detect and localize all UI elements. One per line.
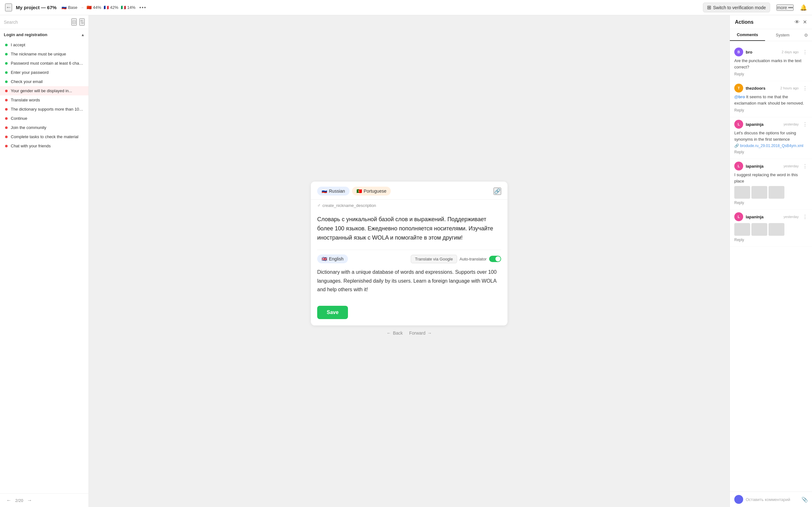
russian-tab[interactable]: 🇷🇺 Russian bbox=[317, 187, 350, 195]
sidebar-item[interactable]: The dictionary supports more than 100 l.… bbox=[0, 105, 89, 114]
translation-text[interactable]: Dictionary with a unique database of wor… bbox=[311, 267, 507, 301]
status-dot bbox=[5, 117, 8, 120]
link-icon-button[interactable]: 🔗 bbox=[494, 187, 501, 195]
comment-header: Llapaninjayesterday⋮ bbox=[734, 212, 808, 221]
langs-more[interactable]: ••• bbox=[139, 5, 147, 10]
sidebar-item[interactable]: Join the community bbox=[0, 123, 89, 132]
lang-cn: 🇨🇳 44% bbox=[87, 5, 101, 10]
sidebar-item-label: Check your email bbox=[11, 79, 43, 84]
forward-arrow-icon: → bbox=[427, 331, 432, 336]
status-dot bbox=[5, 44, 8, 46]
sidebar-item[interactable]: Password must contain at least 6 charac.… bbox=[0, 59, 89, 68]
filter-icon[interactable]: ⊟ bbox=[71, 18, 77, 26]
actions-panel: Actions 👁 ✕ Comments System ⚙ Bbro2 days… bbox=[729, 15, 812, 507]
actions-tabs: Comments System ⚙ bbox=[730, 29, 812, 41]
comment-more-icon[interactable]: ⋮ bbox=[803, 163, 808, 169]
close-icon-button[interactable]: ✕ bbox=[803, 19, 807, 25]
comment-time: yesterday bbox=[783, 164, 799, 168]
comment-input[interactable] bbox=[746, 497, 799, 502]
comment-time: 2 days ago bbox=[781, 50, 799, 54]
page-navigation: ← 2/20 → bbox=[5, 497, 33, 504]
gender-icon: ♂ bbox=[317, 203, 321, 208]
comment-avatar: B bbox=[734, 48, 743, 56]
translate-actions: Translate via Google Auto-translator bbox=[411, 255, 501, 263]
comment-header: Llapaninjayesterday⋮ bbox=[734, 120, 808, 129]
sidebar-item[interactable]: Translate words bbox=[0, 95, 89, 105]
search-input[interactable] bbox=[4, 20, 69, 25]
sidebar-item[interactable]: I accept bbox=[0, 40, 89, 49]
reply-button[interactable]: Reply bbox=[734, 149, 744, 155]
translate-via-google-button[interactable]: Translate via Google bbox=[411, 255, 457, 263]
portuguese-flag: 🇵🇹 bbox=[357, 188, 362, 193]
page-prev-button[interactable]: ← bbox=[5, 497, 13, 504]
tab-system[interactable]: System bbox=[765, 29, 800, 41]
comment-item: Llapaninjayesterday⋮Let's discuss the op… bbox=[730, 117, 812, 159]
sidebar-item-label: Join the community bbox=[11, 125, 46, 130]
back-nav-button[interactable]: ← Back bbox=[387, 331, 403, 336]
sidebar-item[interactable]: Your gender will be displayed in... bbox=[0, 86, 89, 95]
sidebar-item-label: Chat with your friends bbox=[11, 144, 51, 148]
comment-more-icon[interactable]: ⋮ bbox=[803, 85, 808, 91]
sidebar-item-label: Continue bbox=[11, 116, 27, 121]
notification-bell[interactable]: 🔔 bbox=[800, 4, 807, 11]
sidebar-item[interactable]: The nickname must be unique bbox=[0, 49, 89, 59]
comment-more-icon[interactable]: ⋮ bbox=[803, 121, 808, 127]
save-button[interactable]: Save bbox=[317, 306, 348, 319]
comment-input-area: 📎 bbox=[730, 492, 812, 507]
translation-card: 🇷🇺 Russian 🇵🇹 Portuguese 🔗 ♂ create_nick… bbox=[311, 181, 507, 326]
eye-icon-button[interactable]: 👁 bbox=[795, 19, 800, 25]
attach-icon-button[interactable]: 📎 bbox=[802, 497, 808, 503]
reply-button[interactable]: Reply bbox=[734, 200, 744, 206]
status-dot bbox=[5, 80, 8, 83]
comment-avatar: L bbox=[734, 120, 743, 129]
sidebar-item[interactable]: Complete tasks to check the material bbox=[0, 132, 89, 141]
sidebar-item-label: Password must contain at least 6 charac.… bbox=[11, 61, 84, 66]
sidebar-item[interactable]: Check your email bbox=[0, 77, 89, 86]
comment-more-icon[interactable]: ⋮ bbox=[803, 214, 808, 220]
auto-translator-switch[interactable] bbox=[489, 256, 501, 262]
portuguese-tab[interactable]: 🇵🇹 Portuguese bbox=[352, 187, 391, 195]
sidebar-section-header[interactable]: Login and registration ▲ bbox=[0, 29, 89, 39]
reply-button[interactable]: Reply bbox=[734, 107, 744, 113]
more-button[interactable]: more ••• bbox=[776, 4, 794, 11]
comment-more-icon[interactable]: ⋮ bbox=[803, 49, 808, 55]
tab-comments[interactable]: Comments bbox=[730, 29, 765, 41]
source-lang-tabs: 🇷🇺 Russian 🇵🇹 Portuguese bbox=[317, 187, 391, 195]
comment-header: Llapaninjayesterday⋮ bbox=[734, 162, 808, 170]
forward-nav-button[interactable]: Forward → bbox=[409, 331, 432, 336]
project-title: My project — 67% bbox=[16, 5, 56, 10]
sidebar-item[interactable]: Enter your password bbox=[0, 68, 89, 77]
status-dot bbox=[5, 126, 8, 129]
status-dot bbox=[5, 108, 8, 111]
language-list: 🇷🇺 Base → 🇨🇳 44% 🇫🇷 42% 🇮🇹 14% ••• bbox=[61, 5, 147, 10]
lang-fr: 🇫🇷 42% bbox=[104, 5, 118, 10]
sidebar-item-label: Enter your password bbox=[11, 70, 49, 75]
reply-button[interactable]: Reply bbox=[734, 71, 744, 77]
russian-flag: 🇷🇺 bbox=[322, 188, 327, 193]
english-tab[interactable]: 🇬🇧 English bbox=[317, 255, 348, 263]
comment-time: yesterday bbox=[783, 215, 799, 219]
sidebar-item[interactable]: Continue bbox=[0, 114, 89, 123]
tab-settings-icon[interactable]: ⚙ bbox=[800, 29, 812, 41]
comment-image bbox=[734, 186, 750, 199]
source-text: Словарь с уникальной базой слов и выраже… bbox=[311, 211, 507, 250]
chevron-up-icon: ▲ bbox=[81, 33, 85, 37]
comment-avatar: L bbox=[734, 162, 743, 170]
english-flag: 🇬🇧 bbox=[322, 257, 327, 262]
sidebar-item-label: Your gender will be displayed in... bbox=[11, 89, 72, 93]
reply-button[interactable]: Reply bbox=[734, 237, 744, 243]
comment-image bbox=[734, 223, 750, 236]
back-button[interactable]: ← bbox=[5, 3, 12, 11]
search-bar: ⊟ ⇅ bbox=[0, 15, 89, 29]
switch-verification-button[interactable]: ⊞ Switch to verification mode bbox=[703, 3, 770, 12]
sidebar-item-label: I accept bbox=[11, 43, 26, 47]
comments-list: Bbro2 days ago⋮Are the punctuation marks… bbox=[730, 41, 812, 492]
sort-icon[interactable]: ⇅ bbox=[79, 18, 85, 26]
main-layout: ⊟ ⇅ Login and registration ▲ I acceptThe… bbox=[0, 15, 812, 507]
sidebar-item[interactable]: Chat with your friends bbox=[0, 141, 89, 151]
card-footer: Save bbox=[311, 301, 507, 326]
page-next-button[interactable]: → bbox=[26, 497, 33, 504]
page-indicator: 2/20 bbox=[15, 498, 23, 503]
actions-header: Actions 👁 ✕ bbox=[730, 15, 812, 29]
comment-link[interactable]: 🔗 brodude.ru_29.01.2018_QsB4ym.xml bbox=[734, 144, 808, 148]
